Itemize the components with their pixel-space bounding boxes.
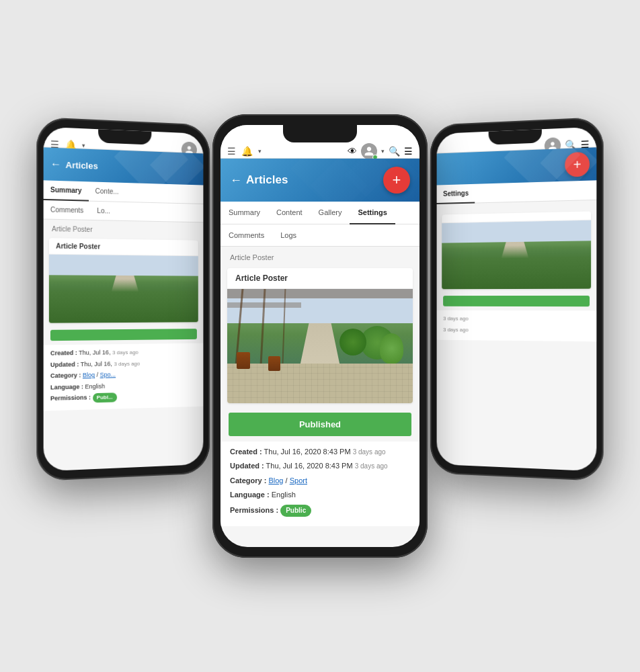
- beam-top2: [227, 302, 301, 308]
- phone-center: ☰ 🔔 ▾ 👁 ▾ 🔍 ☰: [212, 114, 428, 558]
- created-time: 3 days ago: [353, 448, 386, 456]
- published-btn-right[interactable]: [443, 296, 590, 306]
- card-center: Article Poster: [227, 268, 413, 403]
- back-btn-left[interactable]: ←: [50, 158, 61, 171]
- avatar-center: [361, 143, 377, 159]
- tab-gallery-center[interactable]: Gallery: [311, 202, 350, 224]
- language-value: English: [272, 491, 296, 499]
- tab-comments-left[interactable]: Comments: [44, 200, 91, 220]
- bell-dropdown-center[interactable]: ▾: [258, 148, 262, 155]
- tab-settings-center[interactable]: Settings: [350, 202, 395, 224]
- blue-header-left: ← Articles: [44, 147, 204, 185]
- category-label: Category :: [230, 476, 266, 485]
- beam-top1: [227, 289, 413, 298]
- card-title-center: Article Poster: [227, 268, 413, 289]
- screen-right: 🔍 ☰ + Settings: [437, 127, 597, 472]
- menu-icon-center[interactable]: ☰: [227, 146, 236, 157]
- notch-left: [98, 129, 151, 144]
- tab-logs-left[interactable]: Lo...: [90, 202, 117, 220]
- meta-created-right: 3 days ago: [443, 314, 590, 324]
- published-btn-left[interactable]: [50, 329, 197, 341]
- meta-language-left: Language : English: [50, 380, 197, 392]
- section-header-left: Article Poster: [44, 220, 204, 238]
- bell-dropdown-left[interactable]: ▾: [82, 142, 85, 149]
- meta-permissions-left: Permissions : Publ...: [50, 391, 197, 404]
- pot1: [237, 352, 250, 369]
- tab-logs-center[interactable]: Logs: [272, 224, 305, 246]
- topbar-right-center: 👁 ▾ 🔍 ☰: [348, 143, 413, 159]
- blue-header-right: +: [437, 147, 597, 185]
- blue-header-center: ← Articles +: [221, 159, 419, 202]
- screen-center: ☰ 🔔 ▾ 👁 ▾ 🔍 ☰: [221, 125, 419, 547]
- meta-updated-left: Updated : Thu, Jul 16, 3 days ago: [50, 358, 197, 369]
- list-icon-center[interactable]: ☰: [404, 146, 413, 157]
- avatar-dropdown-center[interactable]: ▾: [381, 148, 385, 155]
- meta-updated-right: 3 days ago: [443, 325, 590, 335]
- eye-icon-center[interactable]: 👁: [348, 146, 357, 157]
- meta-language-center: Language : English: [230, 490, 410, 500]
- card-image-center: [227, 289, 413, 403]
- permissions-label: Permissions :: [230, 506, 278, 514]
- app-left: ☰ 🔔 ▾ ← Articles: [44, 127, 204, 472]
- updated-time: 3 days ago: [355, 462, 388, 470]
- meta-created-center: Created : Thu, Jul 16, 2020 8:43 PM 3 da…: [230, 447, 410, 457]
- pot2: [268, 356, 280, 371]
- meta-left: Created : Thu, Jul 16, 3 days ago Update…: [44, 343, 204, 411]
- tabs-row2-center: Comments Logs: [221, 224, 419, 247]
- card-title-left: Article Poster: [49, 238, 198, 256]
- meta-permissions-center: Permissions : Public: [230, 505, 410, 517]
- app-center: ☰ 🔔 ▾ 👁 ▾ 🔍 ☰: [221, 125, 419, 547]
- language-label: Language :: [230, 491, 270, 499]
- notch-center: [283, 125, 357, 142]
- plants-right: [442, 244, 591, 289]
- meta-category-left: Category : Blog / Spo...: [50, 369, 197, 380]
- notch-right: [489, 129, 542, 144]
- phone-left: ☰ 🔔 ▾ ← Articles: [36, 117, 210, 481]
- shrub3: [380, 333, 403, 364]
- tab-content-center[interactable]: Content: [268, 202, 311, 224]
- tab-summary-center[interactable]: Summary: [221, 202, 268, 224]
- meta-created-left: Created : Thu, Jul 16, 3 days ago: [50, 347, 197, 358]
- category-blog[interactable]: Blog: [268, 476, 283, 485]
- card-left: Article Poster: [49, 238, 198, 323]
- screen-left: ☰ 🔔 ▾ ← Articles: [44, 127, 204, 472]
- meta-category-center: Category : Blog / Sport: [230, 476, 410, 486]
- shrub2: [339, 329, 366, 355]
- bell-icon-center[interactable]: 🔔: [241, 146, 253, 157]
- permissions-value: Public: [280, 505, 311, 517]
- tab-comments-center[interactable]: Comments: [221, 224, 272, 246]
- app-right: 🔍 ☰ + Settings: [437, 127, 597, 472]
- sky-left: [49, 255, 198, 276]
- sky-right: [442, 220, 591, 243]
- created-value: Thu, Jul 16, 2020 8:43 PM: [264, 448, 351, 456]
- meta-center: Created : Thu, Jul 16, 2020 8:43 PM 3 da…: [221, 442, 419, 526]
- topbar-icons-center: ☰ 🔔 ▾: [227, 146, 262, 157]
- tab-settings-right[interactable]: Settings: [437, 184, 475, 204]
- section-header-center: Article Poster: [221, 247, 419, 264]
- tab-content-left[interactable]: Conte...: [89, 181, 126, 202]
- updated-value: Thu, Jul 16, 2020 8:43 PM: [266, 462, 353, 470]
- meta-updated-center: Updated : Thu, Jul 16, 2020 8:43 PM 3 da…: [230, 461, 410, 471]
- updated-label: Updated :: [230, 462, 264, 470]
- plants-left: [49, 278, 198, 323]
- created-label: Created :: [230, 448, 262, 456]
- scene: ☰ 🔔 ▾ ← Articles: [11, 13, 629, 659]
- meta-right: 3 days ago 3 days ago: [437, 310, 597, 342]
- tab-summary-left[interactable]: Summary: [44, 180, 89, 201]
- search-icon-center[interactable]: 🔍: [389, 146, 400, 157]
- card-image-left: [49, 255, 198, 323]
- tiles-center: [227, 364, 413, 404]
- tabs-row1-center: Summary Content Gallery Settings: [221, 202, 419, 224]
- back-btn-center[interactable]: ←: [230, 173, 242, 187]
- card-image-right: [442, 220, 591, 290]
- published-btn-center[interactable]: Published: [229, 413, 411, 436]
- card-right: [442, 211, 591, 289]
- category-sport[interactable]: Sport: [290, 476, 307, 485]
- phone-right: 🔍 ☰ + Settings: [430, 117, 604, 481]
